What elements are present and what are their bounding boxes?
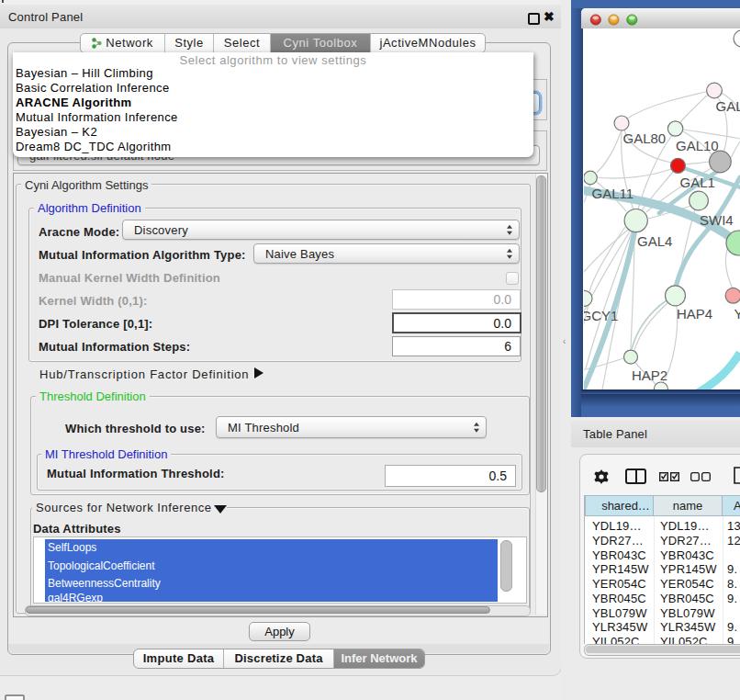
- svg-text:GCY1: GCY1: [584, 308, 618, 323]
- svg-text:GAL4: GAL4: [637, 233, 672, 249]
- svg-text:GAL80: GAL80: [623, 130, 667, 146]
- svg-text:GAL10: GAL10: [676, 138, 719, 153]
- svg-text:HAP2: HAP2: [632, 367, 667, 383]
- svg-text:SWI4: SWI4: [700, 212, 734, 228]
- svg-text:GAL1: GAL1: [680, 175, 715, 190]
- svg-text:GAL11: GAL11: [592, 186, 634, 201]
- svg-text:HAP4: HAP4: [677, 306, 712, 322]
- svg-text:GAL7: GAL7: [716, 98, 740, 114]
- svg-text:YB: YB: [734, 306, 740, 322]
